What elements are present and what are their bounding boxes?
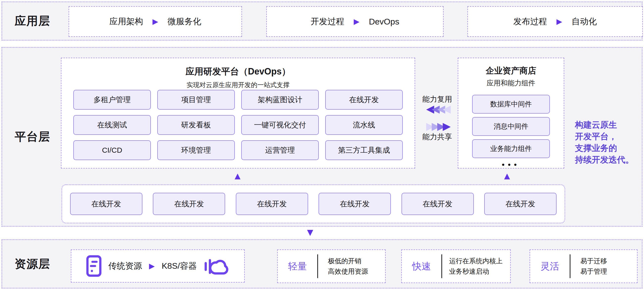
app-flow-devprocess: 开发过程 ▶ DevOps bbox=[266, 6, 444, 37]
capability-chip: 在线开发 bbox=[325, 90, 403, 110]
runtime-chip: 在线开发 bbox=[484, 193, 556, 215]
arrow-right-icon: ▶ bbox=[152, 18, 158, 25]
resource-layer-band: 资源层 传统资源 ▶ K8S/容器 轻量 极低的开销 高效使用资源 bbox=[2, 239, 642, 289]
devops-panel-title: 应用研发平台（DevOps） bbox=[62, 66, 415, 78]
slogan-line: 持续开发迭代。 bbox=[575, 154, 644, 166]
feature-flexible: 灵活 易于迁移 易于管理 bbox=[530, 250, 638, 283]
slogan-line: 构建云原生 bbox=[575, 119, 644, 131]
arrow-left-icon: ◀ bbox=[426, 103, 432, 115]
capability-chip: 研发看板 bbox=[157, 115, 235, 135]
platform-layer-band: 平台层 应用研发平台（DevOps） 实现对云原生应用开发的一站式支撑 多租户管… bbox=[2, 47, 642, 227]
feature-desc-line: 高效使用资源 bbox=[328, 266, 368, 277]
arrow-right-icon: ▶ bbox=[426, 120, 432, 132]
feature-divider bbox=[442, 254, 442, 278]
arrow-right-icon: ▶ bbox=[149, 262, 155, 270]
capability-chip: 架构蓝图设计 bbox=[241, 90, 319, 110]
feature-divider bbox=[570, 254, 570, 278]
feature-fast: 快速 运行在系统内核上 业务秒速启动 bbox=[401, 250, 511, 283]
runtime-chip: 在线开发 bbox=[318, 193, 391, 215]
asset-store-panel: 企业资产商店 应用和能力组件 数据库中间件 消息中间件 业务能力组件 ••• bbox=[458, 58, 564, 169]
capability-share-label: 能力共享 bbox=[416, 132, 459, 142]
app-layer-band: 应用层 应用架构 ▶ 微服务化 开发过程 ▶ DevOps 发布过程 ▶ 自动化 bbox=[2, 1, 642, 40]
app-flow-architecture: 应用架构 ▶ 微服务化 bbox=[68, 6, 242, 37]
feature-name: 灵活 bbox=[530, 260, 570, 273]
feature-desc-line: 易于迁移 bbox=[580, 256, 607, 266]
capability-chip: 多租户管理 bbox=[73, 90, 151, 110]
capability-chip: CI/CD bbox=[73, 140, 151, 160]
feature-divider bbox=[317, 254, 318, 278]
slogan-line: 开发平台， bbox=[575, 131, 644, 142]
flow-from-label: 开发过程 bbox=[310, 16, 344, 27]
app-layer-label: 应用层 bbox=[14, 2, 50, 40]
capability-share-arrows-icon: ▶▶▶▶ bbox=[416, 121, 459, 131]
flow-from-label: 发布过程 bbox=[513, 16, 547, 27]
runtime-chip: 在线开发 bbox=[153, 193, 225, 215]
capability-chip: 一键可视化交付 bbox=[241, 115, 319, 135]
asset-chip: 业务能力组件 bbox=[472, 139, 550, 158]
feature-desc: 易于迁移 易于管理 bbox=[580, 256, 607, 277]
feature-lightweight: 轻量 极低的开销 高效使用资源 bbox=[277, 250, 386, 283]
feature-name: 快速 bbox=[402, 260, 442, 273]
capability-grid: 多租户管理 项目管理 架构蓝图设计 在线开发 在线测试 研发看板 一键可视化交付… bbox=[73, 90, 403, 160]
devops-panel-subtitle: 实现对云原生应用开发的一站式支撑 bbox=[62, 81, 415, 89]
asset-chip: 数据库中间件 bbox=[472, 95, 550, 114]
capability-chip: 环境管理 bbox=[157, 140, 235, 160]
arrow-left-icon: ◀ bbox=[437, 103, 443, 115]
asset-store-list: 数据库中间件 消息中间件 业务能力组件 bbox=[458, 95, 564, 158]
flow-to-label: DevOps bbox=[369, 17, 399, 26]
devops-platform-panel: 应用研发平台（DevOps） 实现对云原生应用开发的一站式支撑 多租户管理 项目… bbox=[61, 58, 415, 169]
runtime-container: 在线开发 在线开发 在线开发 在线开发 在线开发 在线开发 bbox=[62, 184, 565, 224]
slogan-text: 构建云原生 开发平台， 支撑业务的 持续开发迭代。 bbox=[575, 119, 644, 166]
feature-desc: 极低的开销 高效使用资源 bbox=[328, 256, 368, 277]
arrow-down-icon: ▼ bbox=[303, 227, 317, 238]
capability-chip: 第三方工具集成 bbox=[325, 140, 403, 160]
arrow-right-icon: ▶ bbox=[432, 120, 437, 132]
resource-transition-panel: 传统资源 ▶ K8S/容器 bbox=[71, 250, 245, 283]
transition-to-label: K8S/容器 bbox=[162, 260, 197, 272]
runtime-chip: 在线开发 bbox=[70, 193, 142, 215]
runtime-chip: 在线开发 bbox=[402, 193, 474, 215]
transition-from-label: 传统资源 bbox=[108, 260, 142, 272]
arrow-right-icon: ▶ bbox=[354, 18, 360, 25]
resource-layer-label: 资源层 bbox=[14, 240, 50, 288]
feature-desc-line: 业务秒速启动 bbox=[449, 266, 502, 277]
capability-chip: 流水线 bbox=[325, 115, 403, 135]
feature-desc-line: 易于管理 bbox=[580, 266, 607, 277]
server-icon bbox=[86, 255, 102, 277]
asset-chip: 消息中间件 bbox=[472, 117, 550, 136]
flow-to-label: 自动化 bbox=[572, 16, 597, 27]
more-dots-icon: ••• bbox=[458, 161, 564, 169]
arrow-up-icon: ▲ bbox=[230, 171, 244, 181]
flow-from-label: 应用架构 bbox=[109, 16, 143, 27]
runtime-chip: 在线开发 bbox=[236, 193, 308, 215]
feature-desc: 运行在系统内核上 业务秒速启动 bbox=[449, 256, 502, 277]
flow-to-label: 微服务化 bbox=[168, 16, 201, 27]
feature-name: 轻量 bbox=[278, 260, 317, 273]
arrow-left-icon: ◀ bbox=[443, 103, 448, 115]
feature-desc-line: 极低的开销 bbox=[328, 256, 368, 266]
capability-chip: 项目管理 bbox=[157, 90, 235, 110]
arrow-up-icon: ▲ bbox=[500, 171, 514, 181]
asset-store-title: 企业资产商店 bbox=[458, 65, 564, 76]
feature-desc-line: 运行在系统内核上 bbox=[449, 256, 502, 266]
app-flow-release: 发布过程 ▶ 自动化 bbox=[468, 6, 643, 37]
capability-chip: 运营管理 bbox=[241, 140, 319, 160]
arrow-right-icon: ▶ bbox=[437, 120, 443, 132]
arrow-right-icon: ▶ bbox=[556, 18, 562, 25]
arrow-left-icon: ◀ bbox=[432, 103, 437, 115]
capability-chip: 在线测试 bbox=[73, 115, 151, 135]
cloud-container-icon bbox=[204, 256, 229, 276]
arrow-right-icon: ▶ bbox=[443, 120, 448, 132]
asset-store-subtitle: 应用和能力组件 bbox=[458, 78, 564, 88]
slogan-line: 支撑业务的 bbox=[575, 142, 644, 154]
platform-layer-label: 平台层 bbox=[14, 48, 50, 226]
capability-reuse-arrows-icon: ◀◀◀◀ bbox=[416, 104, 459, 114]
